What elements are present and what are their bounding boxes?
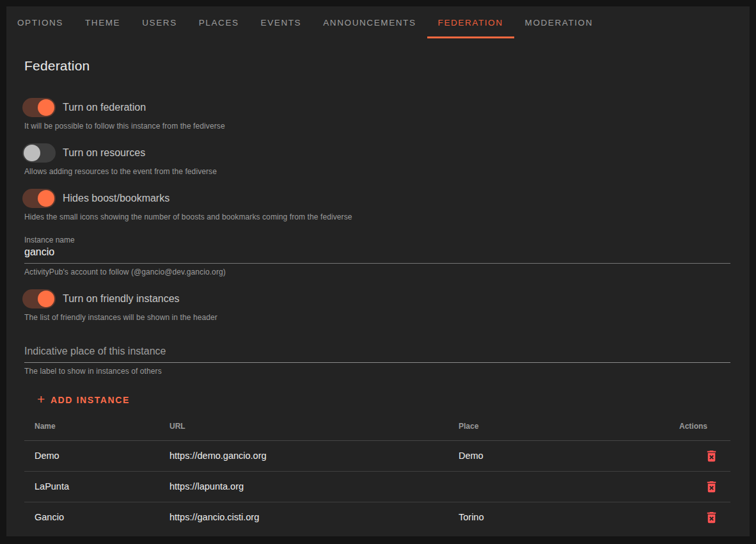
tab-events[interactable]: EVENTS xyxy=(250,6,313,38)
boost-switch-block: Hides boost/bookmarks Hides the small ic… xyxy=(24,188,730,221)
friendly-toggle-label[interactable]: Turn on friendly instances xyxy=(63,293,180,305)
resources-switch-block: Turn on resources Allows adding resource… xyxy=(24,143,730,176)
delete-instance-button[interactable] xyxy=(703,508,720,525)
tab-theme[interactable]: THEME xyxy=(74,6,131,38)
friendly-switch-block: Turn on friendly instances The list of f… xyxy=(24,289,730,322)
tab-users[interactable]: USERS xyxy=(131,6,188,38)
toggle-knob xyxy=(38,190,54,207)
header-place: Place xyxy=(448,412,669,440)
toggle-knob xyxy=(38,99,54,116)
instance-place-cell: Demo xyxy=(448,440,669,471)
header-actions: Actions xyxy=(669,412,730,440)
page-title: Federation xyxy=(24,58,730,74)
tab-announcements[interactable]: ANNOUNCEMENTS xyxy=(312,6,427,38)
table-row: Gancio https://gancio.cisti.org Torino xyxy=(24,502,730,532)
resources-toggle[interactable] xyxy=(22,143,56,163)
plus-icon: + xyxy=(37,392,46,406)
boost-toggle-label[interactable]: Hides boost/bookmarks xyxy=(63,193,169,204)
toggle-knob xyxy=(24,145,40,161)
federation-settings: Federation Turn on federation It will be… xyxy=(6,58,750,532)
instance-name-cell: Demo xyxy=(24,440,159,471)
toggle-knob xyxy=(38,291,54,307)
delete-instance-button[interactable] xyxy=(703,446,720,463)
instance-place-cell: Torino xyxy=(448,502,669,532)
trash-delete-icon xyxy=(704,479,719,494)
tab-federation[interactable]: FEDERATION xyxy=(427,6,514,38)
boost-toggle-hint: Hides the small icons showing the number… xyxy=(24,212,730,221)
federation-toggle-hint: It will be possible to follow this insta… xyxy=(24,122,730,131)
table-header-row: Name URL Place Actions xyxy=(24,412,730,440)
instance-name-field-block: Instance name ActivityPub's account to f… xyxy=(24,236,730,276)
instances-table: Name URL Place Actions Demo https://demo… xyxy=(24,412,730,532)
header-name: Name xyxy=(24,412,159,440)
federation-switch-block: Turn on federation It will be possible t… xyxy=(24,97,730,131)
instance-place-input[interactable] xyxy=(24,339,730,363)
tab-options[interactable]: OPTIONS xyxy=(6,6,74,38)
table-row: LaPunta https://lapunta.org xyxy=(24,471,730,502)
admin-tabbar: OPTIONS THEME USERS PLACES EVENTS ANNOUN… xyxy=(6,6,750,38)
trash-delete-icon xyxy=(704,449,719,463)
tab-places[interactable]: PLACES xyxy=(188,6,250,38)
instance-name-input[interactable] xyxy=(24,244,730,264)
instance-name-hint: ActivityPub's account to follow (@gancio… xyxy=(24,268,730,276)
instance-url-cell: https://lapunta.org xyxy=(159,471,448,502)
instance-place-cell xyxy=(448,471,669,502)
instance-url-cell: https://demo.gancio.org xyxy=(159,440,448,471)
instance-name-cell: Gancio xyxy=(24,502,159,532)
instance-place-field-block: The label to show in instances of others xyxy=(24,339,730,376)
instance-name-cell: LaPunta xyxy=(24,471,159,502)
resources-toggle-label[interactable]: Turn on resources xyxy=(63,147,145,159)
friendly-toggle-hint: The list of friendly instances will be s… xyxy=(24,313,730,322)
trash-delete-icon xyxy=(704,510,719,525)
instance-place-hint: The label to show in instances of others xyxy=(24,367,730,376)
federation-toggle[interactable] xyxy=(22,98,56,117)
table-row: Demo https://demo.gancio.org Demo xyxy=(24,440,730,471)
instance-url-cell: https://gancio.cisti.org xyxy=(159,502,448,532)
friendly-toggle[interactable] xyxy=(22,289,56,308)
boost-toggle[interactable] xyxy=(22,189,56,208)
add-instance-label: ADD INSTANCE xyxy=(51,395,130,405)
instance-name-label: Instance name xyxy=(24,236,730,244)
add-instance-button[interactable]: + ADD INSTANCE xyxy=(37,394,130,406)
resources-toggle-hint: Allows adding resources to the event fro… xyxy=(24,167,730,176)
delete-instance-button[interactable] xyxy=(703,477,720,494)
tab-moderation[interactable]: MODERATION xyxy=(514,6,604,38)
federation-toggle-label[interactable]: Turn on federation xyxy=(63,102,146,113)
admin-panel: OPTIONS THEME USERS PLACES EVENTS ANNOUN… xyxy=(6,6,750,536)
header-url: URL xyxy=(159,412,448,440)
